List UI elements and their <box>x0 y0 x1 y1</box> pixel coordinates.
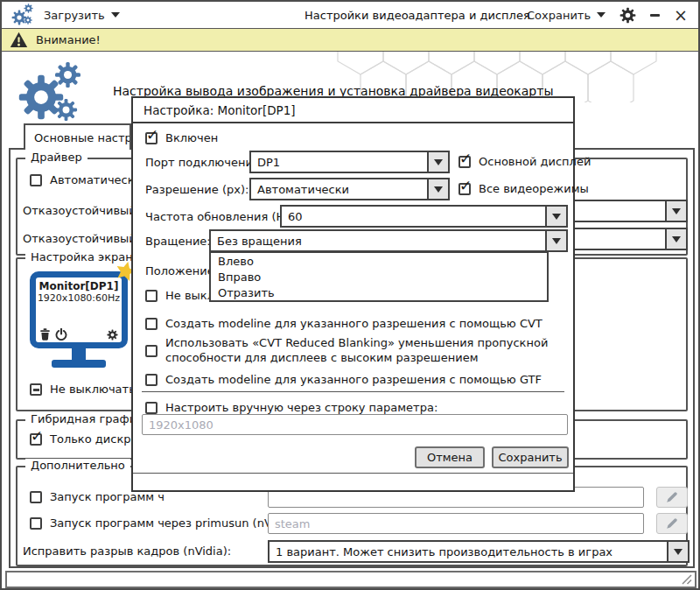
resolution-value: Автоматически <box>251 179 427 199</box>
cvt-label: Создать modeline для указанного разрешен… <box>165 317 542 330</box>
manual-label: Настроить вручную через строку параметра… <box>165 401 438 414</box>
rotation-option[interactable]: Влево <box>211 253 547 269</box>
warning-text: Внимание! <box>36 33 101 46</box>
pencil-icon <box>665 490 679 504</box>
primus-input[interactable] <box>268 513 644 534</box>
minimize-icon[interactable] <box>650 14 660 17</box>
monitor-stand-base <box>52 360 106 368</box>
resolution-label: Разрешение (px): <box>145 183 248 196</box>
primary-display-checkbox[interactable] <box>458 156 471 168</box>
port-value: DP1 <box>251 152 427 172</box>
primary-display-checkbox-row[interactable]: Основной дисплей <box>458 155 591 168</box>
port-label: Порт подключения: <box>145 156 263 169</box>
cvt-checkbox-row[interactable]: Создать modeline для указанного разрешен… <box>145 317 542 330</box>
dialog-title: Настройка: Monitor[DP1] <box>144 103 296 117</box>
save-menu-button[interactable]: Сохранить <box>527 2 606 28</box>
run-programs-label: Запуск программ ч <box>50 490 164 503</box>
primus-checkbox[interactable] <box>30 517 42 530</box>
app-window: Загрузить Настройки видеоадаптера и дисп… <box>0 0 700 590</box>
all-modes-checkbox-row[interactable]: Все видеорежимы <box>458 182 589 195</box>
dropdown-arrow-icon[interactable] <box>427 152 448 172</box>
chevron-down-icon <box>597 12 606 18</box>
cancel-button[interactable]: Отмена <box>415 446 485 468</box>
save-button[interactable]: Сохранить <box>492 446 569 468</box>
save-menu-label: Сохранить <box>527 9 591 22</box>
discrete-only-checkbox[interactable] <box>30 433 42 446</box>
settings-gear-icon[interactable] <box>620 7 636 24</box>
close-icon[interactable]: × <box>674 7 688 24</box>
edit-button[interactable] <box>656 513 688 534</box>
dropdown-arrow-icon[interactable] <box>665 201 686 221</box>
chevron-down-icon <box>111 12 120 18</box>
dropdown-arrow-icon[interactable] <box>545 207 566 226</box>
driver-group-legend: Драйвер <box>25 151 88 164</box>
port-select[interactable]: DP1 <box>249 151 450 173</box>
cvt-rb-checkbox[interactable] <box>145 345 158 357</box>
power-icon[interactable] <box>55 328 67 341</box>
enabled-label: Включен <box>165 131 218 144</box>
warning-triangle-icon <box>10 32 28 48</box>
tab-label: Основные настройки <box>34 131 131 144</box>
monitor-name: Monitor[DP1] <box>36 280 122 292</box>
load-menu-label: Загрузить <box>44 9 105 22</box>
gtf-checkbox[interactable] <box>145 374 158 386</box>
cvt-checkbox[interactable] <box>145 318 158 330</box>
auto-driver-checkbox[interactable] <box>30 174 42 186</box>
all-modes-label: Все видеорежимы <box>479 182 589 195</box>
pencil-icon <box>665 516 679 530</box>
rotation-option[interactable]: Вправо <box>211 269 547 284</box>
rotation-select[interactable]: Без вращения <box>209 229 568 252</box>
run-programs-checkbox-row[interactable]: Запуск программ ч <box>30 490 164 503</box>
tearing-value: 1 вариант. Может снизить производительно… <box>270 542 667 561</box>
position-label: Положение: <box>145 264 218 277</box>
tearing-label: Исправить разрыв кадров (nVidia): <box>23 544 231 558</box>
rotation-label: Вращение: <box>145 235 211 248</box>
rotation-option[interactable]: Отразить <box>211 284 547 300</box>
refresh-label: Частота обновления (Hz): <box>145 210 299 223</box>
gtf-label: Создать modeline для указанного разрешен… <box>165 373 542 386</box>
enabled-checkbox[interactable] <box>145 132 158 144</box>
cvt-rb-checkbox-row[interactable]: Использовать «CVT Reduced Blanking» умен… <box>145 336 570 366</box>
primus-checkbox-row[interactable]: Запуск программ через primusun (nVidia): <box>30 516 300 530</box>
rotation-options-list: Влево Вправо Отразить <box>209 251 549 302</box>
status-bar <box>5 571 696 588</box>
monitor-stand-neck <box>72 348 86 360</box>
all-modes-checkbox[interactable] <box>458 183 471 195</box>
app-logo-gears-icon <box>11 4 36 26</box>
monitor-settings-dialog: Настройка: Monitor[DP1] Включен Порт под… <box>131 96 575 492</box>
monitor-mode: 1920x1080:60Hz <box>36 292 122 304</box>
cvt-rb-label: Использовать «CVT Reduced Blanking» умен… <box>165 336 570 366</box>
warning-bar: Внимание! <box>2 28 698 52</box>
dropdown-arrow-icon[interactable] <box>665 229 686 249</box>
monitor-settings-gear-icon[interactable] <box>107 329 118 341</box>
run-programs-checkbox[interactable] <box>30 491 42 503</box>
tearing-select[interactable]: 1 вариант. Может снизить производительно… <box>268 540 690 563</box>
rotation-value: Без вращения <box>211 231 545 250</box>
titlebar: Загрузить Настройки видеоадаптера и дисп… <box>4 2 696 28</box>
gtf-checkbox-row[interactable]: Создать modeline для указанного разрешен… <box>145 373 542 386</box>
trash-icon[interactable] <box>39 328 51 341</box>
manual-checkbox[interactable] <box>145 402 158 414</box>
window-title: Настройки видеоадаптера и дисплея <box>304 2 530 28</box>
monitor-screen: Monitor[DP1] 1920x1080:60Hz <box>30 271 128 348</box>
keep-on-checkbox[interactable] <box>30 383 42 396</box>
resize-grip-icon[interactable] <box>680 572 692 585</box>
dialog-footer-divider <box>133 473 573 474</box>
manual-mode-input[interactable] <box>142 414 568 435</box>
extra-group-legend: Дополнительно <box>25 459 130 472</box>
edit-button[interactable] <box>656 487 688 508</box>
refresh-select[interactable]: 60 <box>280 205 568 228</box>
monitor-widget[interactable]: Monitor[DP1] 1920x1080:60Hz <box>30 271 128 368</box>
resolution-select[interactable]: Автоматически <box>249 178 450 200</box>
load-menu-button[interactable]: Загрузить <box>44 2 120 28</box>
dialog-title-separator <box>133 122 573 123</box>
dropdown-arrow-icon[interactable] <box>545 231 566 250</box>
dialog-keep-on-checkbox[interactable] <box>145 290 158 302</box>
dropdown-arrow-icon[interactable] <box>427 179 448 199</box>
enabled-checkbox-row[interactable]: Включен <box>145 131 218 144</box>
tab-main-settings[interactable]: Основные настройки <box>24 123 131 150</box>
primus-label: Запуск программ через primusun (nVidia): <box>50 516 300 530</box>
manual-checkbox-row[interactable]: Настроить вручную через строку параметра… <box>145 401 438 414</box>
header-gears-icon <box>18 61 98 124</box>
dropdown-arrow-icon[interactable] <box>667 542 688 561</box>
